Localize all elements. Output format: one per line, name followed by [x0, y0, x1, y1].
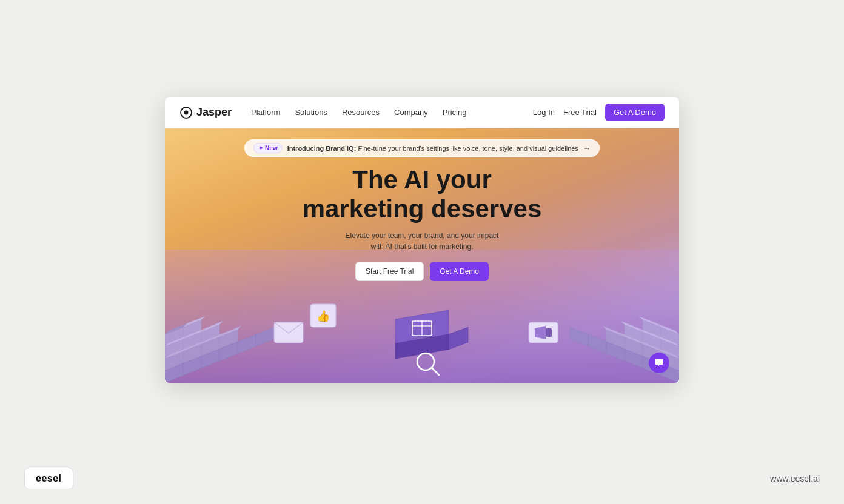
svg-rect-63	[546, 328, 552, 337]
announcement-bar[interactable]: ✦ New Introducing Brand IQ: Fine-tune yo…	[244, 139, 600, 157]
logo-area[interactable]: Jasper	[179, 106, 232, 119]
announcement-text: Introducing Brand IQ: Fine-tune your bra…	[287, 145, 578, 152]
start-trial-button[interactable]: Start Free Trial	[355, 262, 424, 281]
get-demo-button[interactable]: Get A Demo	[605, 104, 665, 121]
new-badge: ✦ New	[253, 143, 283, 153]
nav-links: Platform Solutions Resources Company Pri…	[251, 108, 533, 117]
eesel-badge: eesel	[24, 468, 73, 489]
logo-text: Jasper	[196, 106, 232, 119]
jasper-logo-icon	[179, 106, 193, 119]
announcement-arrow: →	[583, 144, 591, 153]
nav-company[interactable]: Company	[394, 108, 428, 117]
nav-actions: Log In Free Trial Get A Demo	[533, 104, 665, 121]
announcement-description: Fine-tune your brand's settings like voi…	[358, 145, 578, 152]
hero-section: ✦ New Introducing Brand IQ: Fine-tune yo…	[165, 128, 679, 383]
sparkle-icon: ✦	[258, 145, 263, 151]
hero-content: The AI your marketing deserves Elevate y…	[303, 165, 542, 281]
nav-pricing[interactable]: Pricing	[443, 108, 467, 117]
announcement-title: Introducing Brand IQ:	[287, 145, 357, 152]
hero-title: The AI your marketing deserves	[303, 165, 542, 224]
login-button[interactable]: Log In	[533, 108, 555, 117]
page-background: Jasper Platform Solutions Resources Comp…	[0, 0, 844, 504]
chat-button[interactable]	[649, 353, 669, 373]
nav-platform[interactable]: Platform	[251, 108, 280, 117]
browser-window: Jasper Platform Solutions Resources Comp…	[165, 97, 679, 383]
get-demo-hero-button[interactable]: Get A Demo	[430, 262, 489, 281]
footer-bar: eesel www.eesel.ai	[0, 468, 844, 489]
hero-buttons: Start Free Trial Get A Demo	[355, 262, 489, 281]
navbar: Jasper Platform Solutions Resources Comp…	[165, 97, 679, 128]
svg-text:👍: 👍	[316, 310, 330, 323]
hero-subtitle: Elevate your team, your brand, and your …	[346, 230, 499, 252]
free-trial-button[interactable]: Free Trial	[563, 108, 597, 117]
footer-url: www.eesel.ai	[770, 474, 820, 483]
nav-resources[interactable]: Resources	[342, 108, 380, 117]
svg-point-1	[184, 110, 189, 114]
nav-solutions[interactable]: Solutions	[295, 108, 327, 117]
